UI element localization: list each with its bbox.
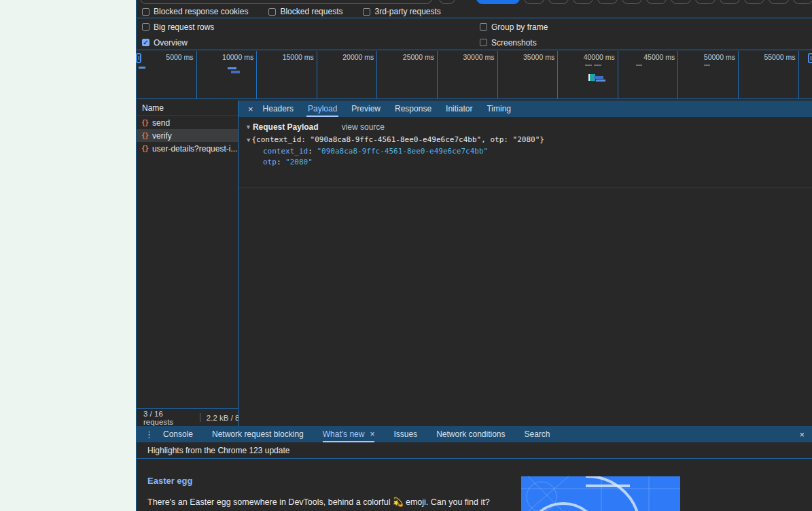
blueprint-illustration (521, 476, 680, 511)
timeline-tick: 35000 ms (498, 51, 559, 99)
filter-pill[interactable] (720, 0, 740, 4)
filter-pill[interactable] (769, 0, 789, 4)
payload-section-title[interactable]: Request Payload (253, 122, 319, 132)
collapse-caret-icon[interactable]: ▼ (245, 124, 251, 130)
whats-new-content: Easter egg There's an Easter egg somewhe… (137, 459, 812, 511)
payload-value: "090a8ca8-9ffc-4561-8ee0-e49e6ce7c4bb" (317, 147, 488, 156)
network-filter-input[interactable] (140, 0, 432, 4)
timeline-tick: 55000 ms (739, 51, 799, 99)
checkbox-screenshots[interactable]: Screenshots (480, 38, 537, 48)
resource-filter-bar (137, 0, 812, 5)
timeline-tick: 30000 ms (438, 51, 498, 99)
filter-pill[interactable] (622, 0, 642, 4)
timeline-request-bar (596, 80, 605, 82)
detail-tab-strip: × Headers Payload Preview Response Initi… (239, 101, 812, 117)
checkbox-label: 3rd-party requests (374, 7, 440, 16)
tab-payload[interactable]: Payload (306, 101, 338, 117)
close-detail-icon[interactable]: × (248, 104, 253, 114)
filter-pill[interactable] (744, 0, 764, 4)
tab-response[interactable]: Response (393, 101, 433, 117)
key-separator: : (277, 158, 285, 166)
request-name: verify (152, 131, 172, 141)
request-row-user-details[interactable]: {} user-details?request-i... (137, 142, 238, 155)
timeline-tick: 25000 ms (377, 51, 438, 99)
timeline-left-grip[interactable] (136, 53, 141, 63)
timeline-request-bar (585, 65, 592, 66)
article-heading-link[interactable]: Easter egg (147, 476, 192, 486)
checkbox-label: Screenshots (491, 38, 537, 48)
timeline-tick: 5000 ms (137, 51, 197, 99)
checkbox-big-request-rows[interactable]: Big request rows (142, 22, 214, 32)
filter-pill[interactable] (646, 0, 667, 4)
timeline-tick: 15000 ms (257, 51, 317, 99)
drawer-tab-search[interactable]: Search (525, 426, 550, 442)
timeline-request-bar (139, 67, 145, 69)
tab-headers[interactable]: Headers (262, 101, 295, 117)
checkbox-blocked-requests[interactable]: Blocked requests (268, 7, 342, 16)
network-overview-timeline[interactable]: 5000 ms 10000 ms 15000 ms 20000 ms 25000… (137, 51, 812, 99)
name-column-header[interactable]: Name (137, 101, 238, 116)
drawer-tab-whats-new[interactable]: What's new× (323, 426, 375, 442)
drawer-tab-console[interactable]: Console (163, 426, 193, 442)
payload-entry[interactable]: otp: "2080" (239, 157, 812, 169)
request-list-panel: Name {} send {} verify {} user-details?r… (137, 101, 239, 426)
filter-pill[interactable] (548, 0, 569, 4)
fetch-xhr-icon: {} (141, 145, 148, 152)
filter-pill[interactable] (573, 0, 593, 4)
tab-preview[interactable]: Preview (350, 101, 382, 117)
checkbox-group-by-frame[interactable]: Group by frame (480, 22, 548, 32)
request-name: send (152, 118, 170, 128)
view-source-link[interactable]: view source (342, 122, 385, 132)
timeline-tick: 50000 ms (678, 51, 739, 99)
drawer-tab-issues[interactable]: Issues (393, 426, 417, 442)
request-row-send[interactable]: {} send (137, 116, 238, 129)
checkbox-label: Blocked response cookies (154, 7, 248, 16)
fetch-xhr-icon: {} (141, 119, 148, 126)
drawer-tab-bar: ⋮ Console Network request blocking What'… (137, 426, 812, 442)
request-detail-panel: × Headers Payload Preview Response Initi… (239, 101, 812, 426)
checkbox-box (142, 23, 149, 31)
drawer-tab-network-conditions[interactable]: Network conditions (436, 426, 505, 442)
payload-summary[interactable]: {context_id: "090a8ca8-9ffc-4561-8ee0-e4… (251, 135, 544, 146)
timeline-request-bar (704, 65, 710, 66)
drawer-tab-network-request-blocking[interactable]: Network request blocking (212, 426, 304, 442)
timeline-request-bar (594, 65, 601, 66)
timeline-right-grip[interactable] (808, 53, 812, 63)
filter-pill[interactable] (793, 0, 812, 4)
payload-value: "2080" (285, 158, 313, 166)
network-options-row1: Blocked response cookies Blocked request… (137, 5, 812, 18)
filter-pill[interactable] (597, 0, 618, 4)
fetch-xhr-icon: {} (141, 132, 148, 139)
filter-pill-all[interactable] (439, 0, 455, 4)
checkbox-3rd-party-requests[interactable]: 3rd-party requests (363, 7, 440, 16)
section-divider (239, 188, 812, 188)
checkbox-label: Group by frame (491, 22, 548, 32)
checkbox-overview[interactable]: Overview (142, 38, 188, 48)
filter-pill[interactable] (671, 0, 691, 4)
timeline-tick: 10000 ms (197, 51, 258, 99)
payload-view: ▼ Request Payload view source ▼ {context… (239, 117, 812, 426)
drawer-tab-label: What's new (323, 429, 365, 439)
request-row-verify[interactable]: {} verify (137, 129, 238, 142)
timeline-tick: 45000 ms (618, 51, 679, 99)
request-name: user-details?request-i... (152, 144, 237, 154)
tree-caret-icon[interactable]: ▼ (247, 135, 250, 146)
network-options-row2: Big request rows Overview Group by frame (137, 19, 812, 50)
filter-pill[interactable] (695, 0, 716, 4)
checkbox-blocked-response-cookies[interactable]: Blocked response cookies (142, 7, 248, 16)
article-body-text: There's an Easter egg somewhere in DevTo… (147, 497, 490, 507)
payload-key: otp (263, 158, 277, 166)
close-tab-icon[interactable]: × (370, 429, 374, 439)
requests-count: 3 / 16 requests (137, 410, 194, 426)
checkbox-label: Blocked requests (280, 7, 342, 16)
timeline-request-bar (636, 65, 642, 66)
drawer-menu-icon[interactable]: ⋮ (145, 429, 154, 440)
filter-pill-selected[interactable] (476, 0, 520, 4)
filter-pill[interactable] (524, 0, 544, 4)
payload-entry[interactable]: context_id: "090a8ca8-9ffc-4561-8ee0-e49… (239, 146, 812, 158)
tab-initiator[interactable]: Initiator (444, 101, 474, 117)
checkbox-box (142, 8, 149, 16)
tab-timing[interactable]: Timing (485, 101, 512, 117)
checkbox-box (363, 8, 370, 16)
close-drawer-icon[interactable]: × (799, 429, 805, 440)
